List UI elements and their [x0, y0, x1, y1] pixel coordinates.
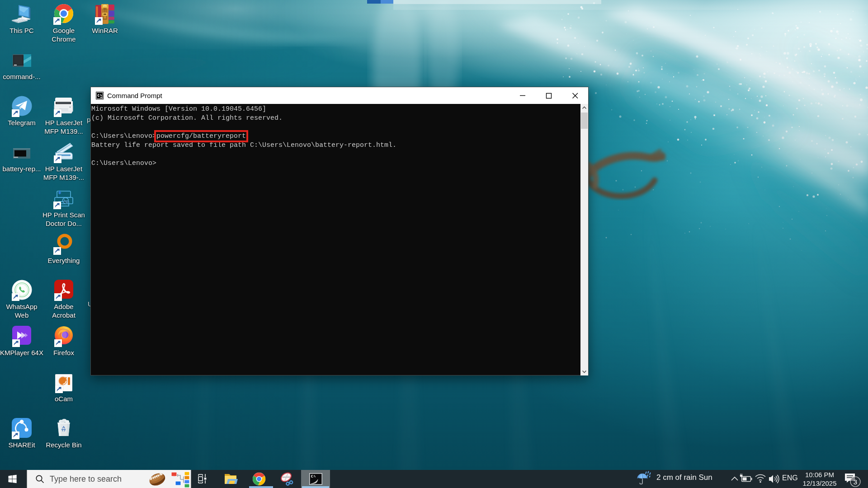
svg-text:hp: hp: [64, 199, 69, 203]
svg-text:3: 3: [854, 478, 857, 486]
